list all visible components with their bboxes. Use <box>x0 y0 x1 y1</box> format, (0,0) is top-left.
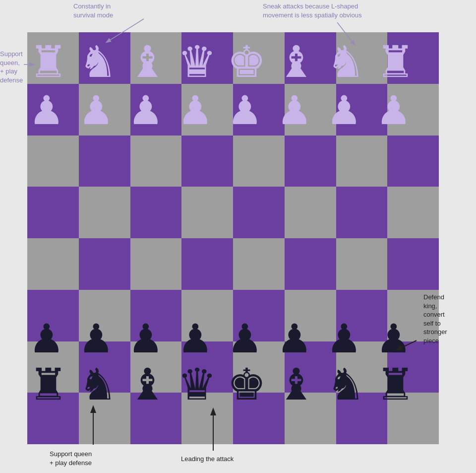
annotation-support-queen-bottom: Support queen+ play defense <box>50 450 92 467</box>
annotation-leading-attack: Leading the attack <box>181 455 234 464</box>
svg-line-35 <box>397 340 416 350</box>
annotation-defend-king: Defendking,convertself tostrongerpiece <box>423 293 447 345</box>
annotations-overlay <box>0 0 476 473</box>
annotation-support-queen-left: Supportqueen,+ playdefense <box>0 50 23 84</box>
chess-diagram: ♜ ♞ ♝ ♛ ♚ ♝ ♞ ♜ ♟ ♟ ♟ ♟ ♟ ♟ ♟ ♟ ♟ <box>0 0 476 473</box>
annotation-sneak-attacks: Sneak attacks because L-shapedmovement i… <box>263 2 361 19</box>
svg-line-32 <box>107 19 144 42</box>
annotation-survival-mode: Constantly insurvival mode <box>73 2 113 19</box>
svg-line-33 <box>337 22 355 45</box>
